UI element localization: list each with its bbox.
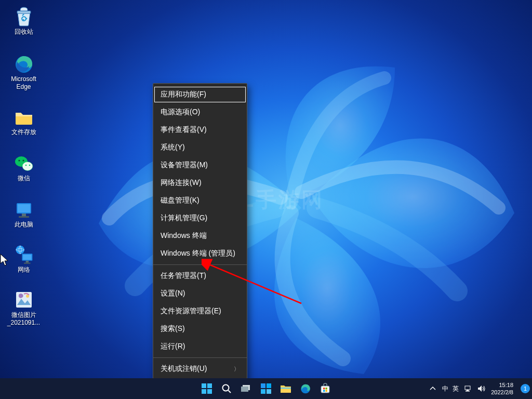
winx-item-shutdown-signout[interactable]: 关机或注销(U) 〉 bbox=[153, 360, 247, 378]
svg-rect-14 bbox=[23, 255, 31, 260]
taskbar-explorer-button[interactable] bbox=[276, 379, 295, 398]
svg-rect-15 bbox=[25, 261, 28, 263]
taskbar: 中 英 15:18 2022/2/8 1 bbox=[0, 378, 532, 399]
svg-point-3 bbox=[18, 159, 20, 161]
desktop-icon-wechat-image[interactable]: 微信图片_2021091... bbox=[4, 287, 43, 328]
svg-rect-9 bbox=[18, 204, 30, 212]
desktop-icon-folder[interactable]: 文件存放 bbox=[4, 104, 43, 137]
svg-rect-39 bbox=[465, 386, 470, 390]
winx-item-device-manager[interactable]: 设备管理器(M) bbox=[153, 156, 247, 174]
desktop-icon-label: 微信 bbox=[18, 175, 30, 182]
svg-rect-27 bbox=[241, 387, 248, 392]
ms-store-icon bbox=[320, 383, 331, 394]
tray-date: 2022/2/8 bbox=[491, 389, 513, 396]
mouse-cursor-icon bbox=[0, 254, 9, 267]
svg-rect-37 bbox=[323, 390, 325, 392]
network-icon bbox=[464, 385, 472, 392]
image-file-icon bbox=[14, 289, 34, 310]
svg-rect-36 bbox=[326, 388, 328, 390]
svg-point-7 bbox=[29, 165, 30, 166]
winx-item-run[interactable]: 运行(R) bbox=[153, 338, 247, 355]
desktop-icon-label: 回收站 bbox=[15, 28, 33, 36]
svg-point-12 bbox=[16, 246, 24, 254]
winx-item-event-viewer[interactable]: 事件查看器(V) bbox=[153, 121, 247, 139]
notification-badge[interactable]: 1 bbox=[521, 384, 530, 393]
svg-rect-38 bbox=[326, 390, 328, 392]
desktop-icon-label: MicrosoftEdge bbox=[11, 75, 36, 91]
svg-rect-22 bbox=[202, 389, 206, 394]
svg-rect-10 bbox=[22, 214, 26, 216]
folder-icon bbox=[14, 107, 34, 127]
winx-item-network-connections[interactable]: 网络连接(W) bbox=[153, 174, 247, 192]
taskbar-store-button[interactable] bbox=[316, 379, 335, 398]
taskbar-widgets-button[interactable] bbox=[257, 379, 275, 398]
this-pc-icon bbox=[14, 199, 34, 220]
desktop-icon-edge[interactable]: MicrosoftEdge bbox=[4, 51, 43, 92]
svg-point-4 bbox=[22, 159, 24, 161]
desktop[interactable]: KPL手游网 回收站 Mic bbox=[0, 0, 532, 399]
winx-item-disk-management[interactable]: 磁盘管理(K) bbox=[153, 192, 247, 209]
tray-overflow-button[interactable] bbox=[429, 384, 437, 393]
svg-rect-16 bbox=[24, 262, 31, 263]
tray-network-button[interactable] bbox=[464, 384, 472, 393]
taskbar-taskview-button[interactable] bbox=[237, 379, 256, 398]
svg-rect-40 bbox=[467, 390, 469, 391]
winx-separator bbox=[153, 357, 247, 358]
svg-rect-34 bbox=[321, 386, 329, 393]
file-explorer-icon bbox=[280, 383, 291, 394]
svg-rect-30 bbox=[261, 389, 265, 394]
winx-item-system[interactable]: 系统(Y) bbox=[153, 139, 247, 156]
svg-rect-35 bbox=[323, 388, 325, 390]
desktop-icon-label: 此电脑 bbox=[15, 221, 33, 229]
taskbar-center bbox=[197, 379, 335, 398]
ime-mode-label: 中 bbox=[442, 384, 448, 393]
winx-item-task-manager[interactable]: 任务管理器(T) bbox=[153, 267, 247, 285]
network-icon bbox=[14, 244, 34, 265]
recycle-bin-icon bbox=[14, 6, 34, 27]
windows-logo-icon bbox=[201, 383, 212, 394]
wechat-icon bbox=[14, 153, 34, 174]
start-button[interactable] bbox=[197, 379, 216, 398]
edge-icon bbox=[14, 54, 34, 74]
taskview-icon bbox=[241, 384, 252, 393]
winx-item-windows-terminal-admin[interactable]: Windows 终端 (管理员) bbox=[153, 245, 247, 262]
winx-item-computer-management[interactable]: 计算机管理(G) bbox=[153, 209, 247, 227]
winx-item-windows-terminal[interactable]: Windows 终端 bbox=[153, 227, 247, 245]
winx-item-search[interactable]: 搜索(S) bbox=[153, 320, 247, 338]
tray-clock[interactable]: 15:18 2022/2/8 bbox=[491, 381, 515, 396]
taskbar-edge-button[interactable] bbox=[296, 379, 315, 398]
desktop-icon-label: 微信图片_2021091... bbox=[7, 311, 40, 327]
desktop-icon-label: 网络 bbox=[18, 266, 30, 274]
svg-line-25 bbox=[229, 391, 231, 393]
winx-menu: 应用和功能(F) 电源选项(O) 事件查看器(V) 系统(Y) 设备管理器(M)… bbox=[153, 83, 247, 399]
svg-point-5 bbox=[22, 162, 33, 171]
chevron-up-icon bbox=[430, 385, 436, 392]
winx-item-power-options[interactable]: 电源选项(O) bbox=[153, 103, 247, 121]
svg-rect-20 bbox=[202, 383, 206, 388]
winx-separator bbox=[153, 264, 247, 265]
edge-icon bbox=[300, 383, 311, 394]
winx-item-apps-features[interactable]: 应用和功能(F) bbox=[153, 86, 247, 103]
desktop-icon-network[interactable]: 网络 bbox=[4, 242, 43, 275]
tray-time: 15:18 bbox=[491, 381, 513, 389]
system-tray: 中 英 15:18 2022/2/8 1 bbox=[429, 378, 531, 399]
svg-point-6 bbox=[25, 165, 26, 166]
taskbar-search-button[interactable] bbox=[217, 379, 236, 398]
tray-volume-button[interactable] bbox=[477, 384, 486, 393]
svg-rect-21 bbox=[207, 383, 212, 388]
ime-lang-label: 英 bbox=[453, 384, 459, 393]
search-icon bbox=[221, 383, 232, 394]
svg-rect-29 bbox=[267, 383, 271, 388]
svg-rect-31 bbox=[267, 389, 271, 394]
svg-point-24 bbox=[223, 385, 229, 391]
desktop-icon-recycle-bin[interactable]: 回收站 bbox=[4, 4, 43, 37]
winx-item-settings[interactable]: 设置(N) bbox=[153, 285, 247, 302]
svg-rect-41 bbox=[466, 391, 470, 392]
svg-rect-32 bbox=[281, 388, 291, 389]
svg-rect-28 bbox=[261, 383, 265, 388]
svg-rect-23 bbox=[207, 389, 212, 394]
desktop-icon-this-pc[interactable]: 此电脑 bbox=[4, 197, 43, 230]
ime-indicator[interactable]: 中 英 bbox=[442, 384, 459, 393]
winx-item-file-explorer[interactable]: 文件资源管理器(E) bbox=[153, 302, 247, 320]
desktop-icon-wechat[interactable]: 微信 bbox=[4, 151, 43, 183]
